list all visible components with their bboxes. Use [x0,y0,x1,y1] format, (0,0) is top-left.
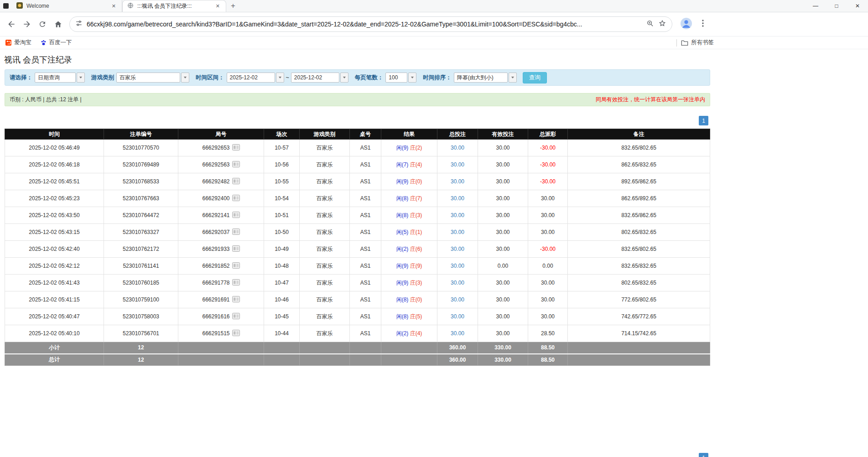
page-number-button[interactable]: 1 [699,453,708,457]
kebab-icon [702,20,704,27]
cell-remark: 832.65/862.65 [568,207,710,224]
bet-row: 2025-12-02 05:41:15523010759100666291691… [5,291,710,308]
cell-payout: 30.00 [528,224,568,241]
bookmark-aitaobao[interactable]: 爱淘宝 [5,39,31,47]
banker-result: 庄(7) [410,195,422,202]
player-result: 闲(9) [396,280,409,286]
date-end-value[interactable]: 2025-12-02 [291,73,339,83]
round-result-icon[interactable] [232,313,240,321]
date-end-picker[interactable]: 2025-12-02 [291,73,348,83]
query-type-select[interactable]: 日期查询 [35,73,85,83]
total-bet-link[interactable]: 30.00 [451,195,464,202]
page-number-button[interactable]: 1 [699,116,708,125]
date-end-dropdown-icon[interactable] [340,73,348,83]
tab-betrecord-active[interactable]: :::视讯 会员下注纪录::: ✕ [122,0,226,12]
round-result-icon[interactable] [232,195,240,203]
round-result-icon[interactable] [232,178,240,186]
player-result: 闲(9) [396,145,409,151]
table-header-row: 时间注单编号局号场次游戏类别桌号结果总投注有效投注总派彩备注 [5,129,710,140]
cell-session: 10-57 [264,140,300,156]
cell-table-no: AS1 [350,190,381,207]
cell-round-no: 666292482 [178,173,264,190]
date-start-value[interactable]: 2025-12-02 [227,73,275,83]
pinned-tab[interactable] [0,0,12,12]
footer-empty-cell [350,354,381,366]
cell-game: 百家乐 [300,275,350,291]
page-size-select[interactable]: 100 [385,73,416,83]
cell-time: 2025-12-02 05:42:12 [5,258,104,275]
new-tab-button[interactable]: + [226,0,240,12]
round-result-icon[interactable] [232,245,240,253]
cell-game: 百家乐 [300,156,350,173]
sort-dropdown-icon[interactable] [509,73,517,83]
game-category-dropdown-icon[interactable] [181,73,189,83]
home-button[interactable] [50,16,66,32]
site-settings-icon[interactable] [75,20,83,29]
forward-button[interactable] [19,16,35,32]
date-start-dropdown-icon[interactable] [276,73,284,83]
bet-table-body: 2025-12-02 05:46:49523010770570666292653… [5,140,710,342]
reload-button[interactable] [35,16,50,32]
total-bet-link[interactable]: 30.00 [451,313,464,320]
total-bet-link[interactable]: 30.00 [451,145,464,151]
bookmark-baidu[interactable]: 百度一下 [41,39,72,47]
url-text[interactable]: 66cxkj98.com/game/betrecord_search/kind3… [87,21,642,28]
page-size-value[interactable]: 100 [385,73,407,83]
total-bet-link[interactable]: 30.00 [451,212,464,218]
round-result-icon[interactable] [232,161,240,169]
cell-bet-no: 523010764472 [104,207,178,224]
player-result: 闲(8) [396,313,409,320]
summary-bar: 币别 : 人民币 | 总共 :12 注单 | 同局有效投注，统一计算在该局第一张… [5,93,710,106]
total-bet-link[interactable]: 30.00 [451,161,464,168]
round-result-icon[interactable] [232,330,240,338]
game-category-value[interactable]: 百家乐 [116,73,180,83]
tab-close-icon[interactable]: ✕ [214,3,221,9]
cell-game: 百家乐 [300,207,350,224]
game-category-select[interactable]: 百家乐 [116,73,189,83]
address-bar[interactable]: 66cxkj98.com/game/betrecord_search/kind3… [69,16,672,32]
total-bet-link[interactable]: 30.00 [451,280,464,286]
browser-menu-button[interactable] [699,20,707,29]
date-start-picker[interactable]: 2025-12-02 [227,73,284,83]
sort-select[interactable]: 降幂(由大到小) [454,73,517,83]
minimize-button[interactable]: — [805,0,826,12]
back-button[interactable] [4,16,19,32]
round-result-icon[interactable] [232,144,240,152]
total-bet-link[interactable]: 30.00 [451,178,464,185]
cell-game: 百家乐 [300,173,350,190]
bookmark-star-icon[interactable] [658,19,666,29]
round-result-icon[interactable] [232,279,240,287]
footer-empty-cell [264,342,300,354]
profile-avatar[interactable] [681,18,692,31]
cell-remark: 714.15/742.65 [568,325,710,342]
all-bookmarks-button[interactable]: 所有书签 [681,39,714,47]
cell-payout: 30.00 [528,207,568,224]
close-button[interactable]: ✕ [847,0,868,12]
round-result-icon[interactable] [232,228,240,236]
maximize-button[interactable]: □ [826,0,847,12]
page-size-dropdown-icon[interactable] [408,73,416,83]
cell-session: 10-44 [264,325,300,342]
round-result-icon[interactable] [232,212,240,219]
total-bet-link[interactable]: 30.00 [451,296,464,303]
round-result-icon[interactable] [232,296,240,304]
total-bet-link[interactable]: 30.00 [451,263,464,269]
search-button[interactable]: 查询 [523,72,547,83]
query-type-dropdown-icon[interactable] [77,73,85,83]
tab-welcome[interactable]: Welcome ✕ [12,0,122,12]
total-bet-link[interactable]: 30.00 [451,246,464,252]
banker-result: 庄(3) [410,280,422,286]
zoom-icon[interactable] [646,20,654,29]
total-bet-link[interactable]: 30.00 [451,330,464,337]
cell-time: 2025-12-02 05:43:50 [5,207,104,224]
query-type-value[interactable]: 日期查询 [35,73,76,83]
round-result-icon[interactable] [232,262,240,270]
round-number: 666292037 [202,229,229,235]
cell-game: 百家乐 [300,308,350,325]
cell-total-bet: 30.00 [437,173,478,190]
round-number: 666291778 [202,280,229,286]
tab-close-icon[interactable]: ✕ [110,3,117,9]
sort-value[interactable]: 降幂(由大到小) [454,73,508,83]
total-bet-link[interactable]: 30.00 [451,229,464,235]
cell-round-no: 666292653 [178,140,264,156]
